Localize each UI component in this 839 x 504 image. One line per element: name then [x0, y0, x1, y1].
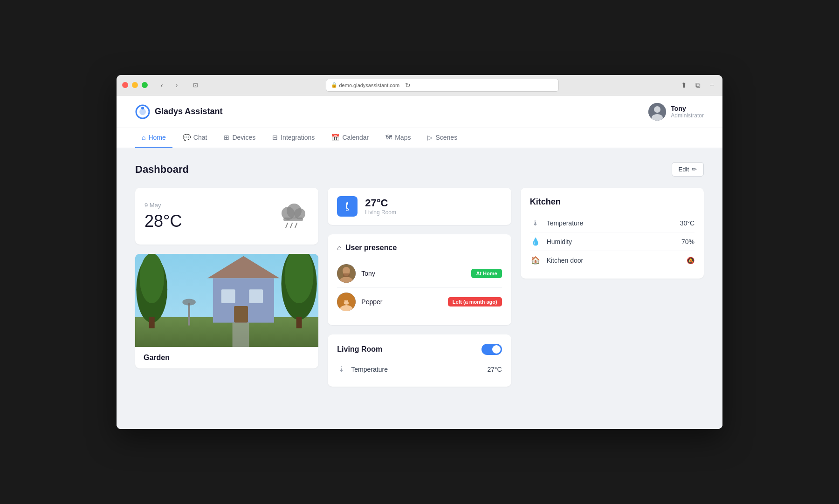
kitchen-title: Kitchen: [530, 197, 695, 207]
tony-name: Tony: [361, 270, 466, 277]
right-column: Kitchen 🌡 Temperature 30°C 💧 Humidity 70…: [521, 188, 704, 387]
devices-nav-icon: ⊞: [224, 134, 229, 141]
presence-home-icon: ⌂: [337, 244, 342, 252]
kitchen-thermometer-icon: 🌡: [530, 219, 541, 227]
user-name: Tony: [671, 105, 704, 112]
dashboard-header: Dashboard Edit ✏: [135, 162, 704, 177]
nav-item-devices[interactable]: ⊞ Devices: [217, 128, 262, 148]
maximize-button[interactable]: [142, 82, 148, 88]
nav-chat-label: Chat: [193, 134, 207, 141]
nav-calendar-label: Calendar: [342, 134, 369, 141]
refresh-button[interactable]: ↻: [405, 82, 411, 89]
nav-item-integrations[interactable]: ⊟ Integrations: [266, 128, 321, 148]
svg-rect-44: [348, 297, 351, 303]
user-avatar: [648, 103, 666, 121]
svg-line-10: [286, 223, 288, 228]
garden-card: Garden: [135, 254, 318, 368]
svg-rect-25: [234, 306, 248, 323]
back-button[interactable]: ‹: [155, 80, 168, 90]
pepper-name: Pepper: [361, 298, 442, 306]
temp-sensor-icon-box: [337, 196, 358, 217]
address-bar[interactable]: 🔒 demo.gladysassistant.com ↻: [326, 79, 559, 92]
center-column: 27°C Living Room ⌂ User presence: [328, 188, 511, 387]
left-column: 9 May 28°C: [135, 188, 318, 387]
scenes-nav-icon: ▷: [427, 134, 433, 141]
living-room-header: Living Room: [337, 344, 502, 355]
forward-button[interactable]: ›: [170, 80, 183, 90]
nav-item-maps[interactable]: 🗺 Maps: [379, 128, 417, 148]
svg-rect-24: [249, 289, 263, 303]
nav-home-label: Home: [148, 134, 165, 141]
kitchen-humidity-label: Humidity: [547, 238, 676, 245]
living-room-sensor-label: Living Room: [365, 209, 396, 216]
sidebar-toggle-button[interactable]: ⊡: [189, 80, 202, 90]
kitchen-humidity-row: 💧 Humidity 70%: [530, 232, 695, 251]
kitchen-door-value: 🔕: [687, 257, 695, 264]
edit-label: Edit: [679, 166, 689, 173]
new-tab-icon[interactable]: ＋: [707, 80, 717, 90]
app-header: Gladys Assistant Tony Administrator: [117, 95, 722, 128]
svg-point-1: [139, 109, 146, 115]
nav-integrations-label: Integrations: [281, 134, 315, 141]
browser-titlebar: ‹ › ⊡ 🔒 demo.gladysassistant.com ↻ ⬆ ⧉ ＋: [117, 75, 722, 95]
svg-point-2: [141, 107, 144, 109]
svg-rect-31: [347, 204, 348, 208]
user-presence-card: ⌂ User presence: [328, 234, 511, 325]
living-room-temp-value: 27°C: [365, 197, 396, 209]
nav-scenes-label: Scenes: [435, 134, 457, 141]
tony-status-badge: At Home: [471, 269, 502, 278]
weather-date: 9 May: [144, 202, 182, 209]
svg-rect-23: [221, 289, 235, 303]
weather-card: 9 May 28°C: [135, 188, 318, 245]
home-nav-icon: ⌂: [142, 134, 145, 141]
living-room-temp-reading: 27°C: [487, 366, 502, 373]
tabs-icon[interactable]: ⧉: [693, 80, 703, 90]
living-room-temp-label: Temperature: [351, 366, 482, 373]
tony-avatar: [337, 264, 356, 283]
maps-nav-icon: 🗺: [385, 134, 392, 141]
svg-rect-27: [188, 303, 190, 326]
svg-rect-37: [343, 273, 350, 277]
nav-devices-label: Devices: [232, 134, 255, 141]
edit-button[interactable]: Edit ✏: [672, 162, 704, 177]
svg-line-11: [290, 223, 292, 228]
close-button[interactable]: [122, 82, 128, 88]
nav-item-home[interactable]: ⌂ Home: [135, 128, 172, 148]
dashboard-grid: 9 May 28°C: [135, 188, 704, 387]
weather-temperature: 28°C: [144, 211, 182, 231]
svg-rect-26: [233, 323, 249, 347]
svg-rect-20: [296, 317, 302, 328]
svg-rect-43: [342, 297, 344, 303]
living-room-title: Living Room: [337, 345, 382, 354]
living-room-temp-card: 27°C Living Room: [328, 188, 511, 225]
user-role: Administrator: [671, 112, 704, 119]
kitchen-humidity-value: 70%: [681, 238, 695, 245]
dashboard-title: Dashboard: [135, 163, 189, 176]
kitchen-temp-label: Temperature: [547, 219, 674, 227]
svg-point-16: [140, 254, 164, 303]
integrations-nav-icon: ⊟: [272, 134, 278, 141]
share-icon[interactable]: ⬆: [679, 80, 689, 90]
thermometer-icon: 🌡: [337, 365, 346, 374]
nav-item-scenes[interactable]: ▷ Scenes: [421, 128, 464, 148]
weather-info: 9 May 28°C: [144, 202, 182, 231]
edit-icon: ✏: [692, 166, 697, 173]
svg-line-12: [295, 223, 297, 228]
kitchen-humidity-icon: 💧: [530, 237, 541, 246]
minimize-button[interactable]: [132, 82, 138, 88]
svg-point-28: [182, 299, 196, 305]
url-text: demo.gladysassistant.com: [339, 82, 400, 88]
nav-item-calendar[interactable]: 📅 Calendar: [325, 128, 375, 148]
garden-image: [135, 254, 318, 347]
nav-item-chat[interactable]: 💬 Chat: [176, 128, 214, 148]
calendar-nav-icon: 📅: [331, 134, 339, 141]
presence-item-pepper: Pepper Left (a month ago): [337, 288, 502, 316]
living-room-temp-row: 🌡 Temperature 27°C: [337, 361, 502, 377]
lock-icon: 🔒: [331, 82, 337, 88]
living-room-card: Living Room 🌡 Temperature 27°C: [328, 334, 511, 387]
user-area: Tony Administrator: [648, 103, 704, 121]
svg-rect-17: [149, 317, 155, 328]
svg-point-32: [346, 209, 348, 211]
living-room-toggle[interactable]: [481, 344, 502, 355]
garden-label: Garden: [135, 347, 318, 368]
